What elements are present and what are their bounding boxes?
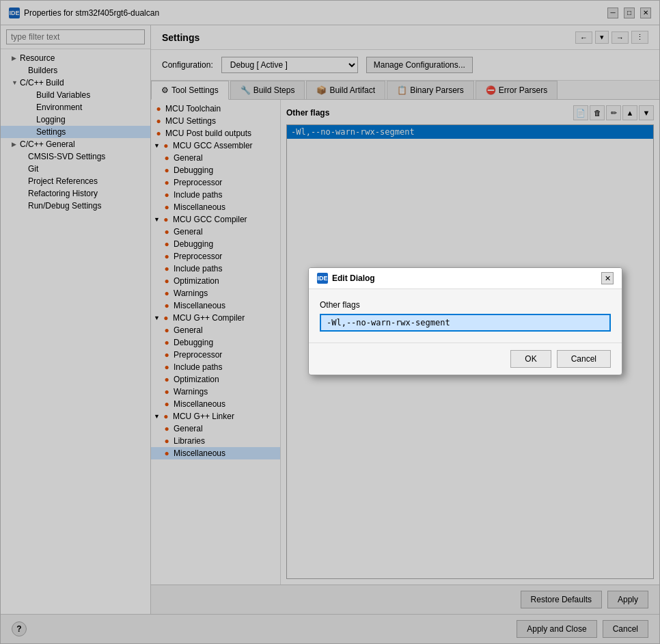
modal-input-field[interactable] [320, 314, 611, 332]
modal-title: Edit Dialog [332, 273, 375, 283]
modal-overlay: IDE Edit Dialog ✕ Other flags OK Cancel [1, 1, 659, 643]
main-window: IDE Properties for stm32f405rgt6-dualcan… [0, 0, 660, 644]
modal-title-bar: IDE Edit Dialog ✕ [309, 268, 622, 289]
modal-title-left: IDE Edit Dialog [317, 273, 375, 284]
modal-buttons: OK Cancel [309, 343, 622, 375]
modal-ok-button[interactable]: OK [510, 350, 551, 368]
modal-field-label: Other flags [320, 300, 611, 310]
modal-cancel-button[interactable]: Cancel [557, 350, 611, 368]
modal-ide-icon: IDE [317, 273, 328, 284]
edit-dialog: IDE Edit Dialog ✕ Other flags OK Cancel [308, 267, 622, 375]
modal-body: Other flags [309, 289, 622, 343]
modal-close-button[interactable]: ✕ [601, 272, 614, 284]
